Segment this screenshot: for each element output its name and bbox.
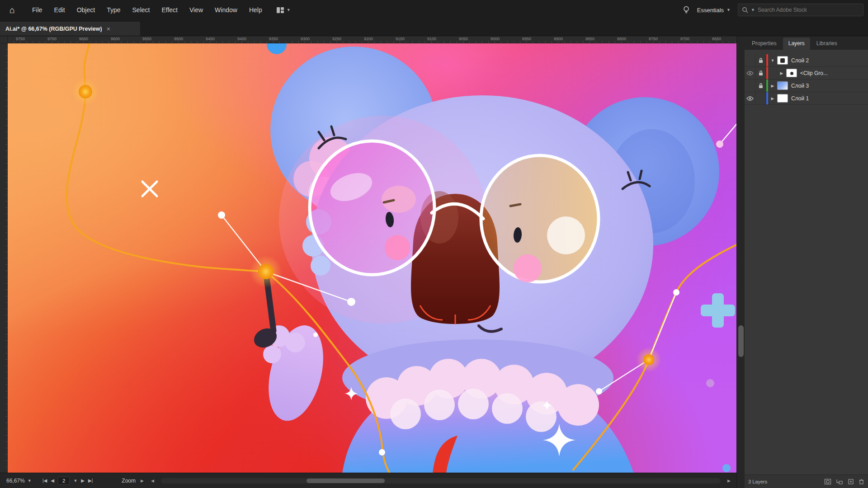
chevron-right-icon[interactable]: ▶ [768, 96, 777, 101]
purple-dot[interactable] [706, 379, 714, 387]
status-tool-label: Zoom [122, 478, 136, 484]
layer-name[interactable]: Слой 1 [791, 95, 809, 102]
tab-properties[interactable]: Properties [746, 38, 782, 50]
horizontal-scrollbar-thumb[interactable] [307, 479, 385, 483]
home-button[interactable]: ⌂ [5, 2, 20, 18]
ruler-label: 9450 [206, 37, 215, 41]
zoom-level-dropdown[interactable]: 66,67% ▼ [4, 478, 35, 484]
ruler-label: 9200 [364, 37, 373, 41]
lock-toggle[interactable] [755, 67, 766, 79]
ruler-label: 9250 [332, 37, 341, 41]
layer-row[interactable]: ▼ Слой 2 [745, 54, 868, 67]
orange-light-dot[interactable] [643, 354, 654, 365]
chevron-right-icon[interactable]: ▶ [768, 84, 777, 88]
layer-thumbnail[interactable] [777, 56, 788, 65]
menu-item-view[interactable]: View [184, 0, 209, 20]
ruler-label: 8650 [712, 37, 721, 41]
ruler-label: 8850 [585, 37, 594, 41]
layer-color-bar [766, 67, 768, 79]
make-mask-button[interactable] [824, 479, 831, 485]
ruler-label: 9000 [491, 37, 500, 41]
ruler-label: 9650 [79, 37, 88, 41]
vertical-scrollbar-thumb[interactable] [738, 325, 744, 357]
visibility-toggle[interactable] [745, 80, 755, 92]
horizontal-scrollbar[interactable] [161, 478, 721, 483]
first-artboard-button[interactable]: |◀ [42, 478, 47, 483]
layer-name[interactable]: Слой 3 [791, 83, 809, 89]
new-sublayer-button[interactable] [836, 479, 843, 485]
document-tab[interactable]: Ai.ai* @ 66,67% (RGB/GPU Preview) × [0, 22, 140, 36]
blue-dot[interactable] [722, 464, 731, 472]
menu-item-help[interactable]: Help [243, 0, 268, 20]
delete-layer-button[interactable] [859, 479, 864, 485]
menu-item-file[interactable]: File [26, 0, 48, 20]
layer-row[interactable]: ▶ Слой 3 [745, 80, 868, 92]
chevron-right-icon[interactable]: ▶ [777, 71, 786, 75]
workspace-switcher[interactable]: Essentials ▼ [697, 7, 731, 14]
visibility-toggle[interactable] [745, 92, 755, 104]
canvas-area: 9750970096509600955095009450940093509300… [0, 36, 736, 488]
scroll-right-button[interactable]: ▶ [725, 479, 733, 483]
lock-toggle[interactable] [755, 80, 766, 92]
discover-button[interactable] [683, 6, 690, 14]
tab-layers[interactable]: Layers [783, 38, 810, 50]
layer-thumbnail[interactable] [777, 94, 788, 103]
layer-row[interactable]: ▶ <Clip Gro... [745, 67, 868, 80]
status-expand-arrow[interactable]: ▶ [138, 479, 146, 483]
new-layer-button[interactable] [848, 479, 854, 485]
menu-item-object[interactable]: Object [71, 0, 101, 20]
close-icon[interactable]: × [107, 25, 110, 33]
ruler-corner[interactable] [0, 36, 8, 43]
document-tabbar: Ai.ai* @ 66,67% (RGB/GPU Preview) × [0, 20, 868, 36]
layer-thumbnail[interactable] [777, 81, 788, 90]
eye-icon [746, 71, 754, 75]
menu-item-type[interactable]: Type [101, 0, 126, 20]
workspace-label: Essentials [697, 7, 724, 14]
chevron-down-icon[interactable]: ▼ [768, 58, 777, 63]
chevron-down-icon: ▼ [287, 8, 291, 12]
menu-item-effect[interactable]: Effect [156, 0, 184, 20]
menu-item-select[interactable]: Select [127, 0, 156, 20]
search-input[interactable] [758, 7, 848, 13]
ruler-label: 9350 [269, 37, 278, 41]
tab-libraries[interactable]: Libraries [811, 38, 843, 50]
menu-item-window[interactable]: Window [209, 0, 243, 20]
orange-light-dot[interactable] [79, 85, 92, 99]
orange-light-dot[interactable] [258, 264, 274, 279]
scroll-left-button[interactable]: ◀ [149, 479, 156, 483]
layer-row[interactable]: ▶ Слой 1 [745, 92, 868, 105]
ruler-top-labels[interactable]: 9750970096509600955095009450940093509300… [8, 36, 736, 43]
document-title: Ai.ai* @ 66,67% (RGB/GPU Preview) [5, 26, 102, 32]
ruler-label: 9600 [111, 37, 120, 41]
ruler-label: 9550 [142, 37, 151, 41]
vertical-scrollbar[interactable] [736, 36, 745, 488]
lightbulb-icon [683, 6, 690, 14]
lock-toggle[interactable] [755, 54, 766, 66]
ruler-left[interactable] [0, 43, 8, 473]
ruler-label: 9700 [47, 37, 57, 41]
layer-thumbnail[interactable] [786, 69, 797, 77]
layer-name[interactable]: <Clip Gro... [800, 70, 828, 76]
ruler-label: 8950 [522, 37, 531, 41]
visibility-toggle[interactable] [745, 67, 755, 79]
visibility-toggle[interactable] [745, 54, 755, 66]
last-artboard-button[interactable]: ▶| [88, 478, 93, 483]
lock-toggle[interactable] [755, 92, 766, 104]
ruler-label: 9300 [301, 37, 310, 41]
lock-icon [758, 57, 764, 63]
ruler-label: 9100 [427, 37, 436, 41]
artwork-canvas[interactable] [8, 43, 736, 473]
artboard-number-field[interactable]: 2 [58, 477, 70, 485]
next-artboard-button[interactable]: ▶ [81, 478, 85, 483]
ruler-label: 9050 [459, 37, 468, 41]
stock-search[interactable]: ▼ [738, 4, 863, 16]
search-icon [742, 7, 748, 13]
pink-dot[interactable] [716, 141, 723, 148]
arrange-documents-icon [276, 7, 284, 14]
previous-artboard-button[interactable]: ◀ [51, 478, 54, 483]
menu-item-edit[interactable]: Edit [48, 0, 71, 20]
arrange-documents-button[interactable]: ▼ [276, 7, 291, 14]
layer-name[interactable]: Слой 2 [791, 57, 809, 64]
chevron-down-icon: ▼ [28, 479, 32, 483]
panel-tabs: Properties Layers Libraries [745, 36, 868, 50]
